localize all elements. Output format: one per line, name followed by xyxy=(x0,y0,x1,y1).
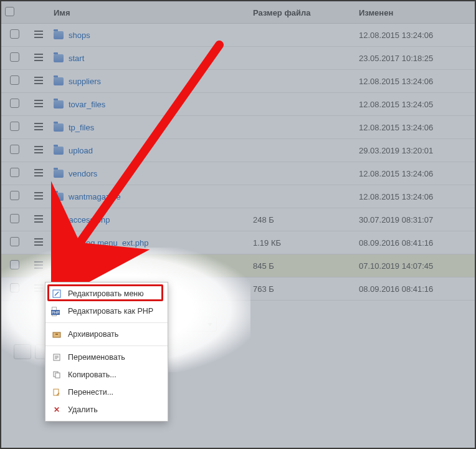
row-name: Меню типа «fly» xyxy=(54,261,114,271)
header-modified[interactable]: Изменен xyxy=(355,2,475,24)
table-row: shops12.08.2015 13:24:06 xyxy=(1,24,475,47)
table-row: Меню типа «fly»845 Б07.10.2019 14:07:45 xyxy=(1,254,475,278)
row-name[interactable]: wantmagazine xyxy=(69,192,121,201)
table-row: suppliers12.08.2015 13:24:06 xyxy=(1,70,475,93)
row-name[interactable]: .catalog.menu_ext.php xyxy=(67,238,149,248)
row-name[interactable]: shops xyxy=(69,31,90,40)
row-modified: 12.08.2015 13:24:06 xyxy=(355,24,475,47)
row-menu-icon[interactable] xyxy=(34,261,43,269)
row-menu-icon[interactable] xyxy=(34,146,43,153)
rename-icon xyxy=(52,352,62,362)
row-size xyxy=(249,185,355,208)
header-menu-spacer xyxy=(27,2,50,24)
row-menu-icon[interactable] xyxy=(34,54,43,61)
row-checkbox[interactable] xyxy=(10,29,19,39)
row-checkbox[interactable] xyxy=(10,168,19,177)
row-menu-icon[interactable] xyxy=(34,215,43,223)
row-size xyxy=(249,93,355,116)
table-row: tovar_files12.08.2015 13:24:05 xyxy=(1,93,475,116)
row-modified: 30.07.2019 08:31:07 xyxy=(355,208,475,231)
context-menu-item-label: Переименовать xyxy=(68,353,125,362)
row-checkbox[interactable] xyxy=(10,52,19,62)
folder-icon xyxy=(54,100,64,109)
context-menu-archive[interactable]: Архивировать xyxy=(45,326,168,343)
context-menu-item-label: Редактировать меню xyxy=(68,289,144,298)
row-name[interactable]: tp_files xyxy=(69,123,94,132)
page-size-select[interactable] xyxy=(186,317,217,332)
header-size[interactable]: Размер файла xyxy=(249,2,355,24)
row-menu-icon[interactable] xyxy=(34,123,43,130)
row-menu-icon[interactable] xyxy=(34,238,43,246)
delete-icon: ✕ xyxy=(52,405,62,415)
row-size: 248 Б xyxy=(249,208,355,231)
row-size: 1.19 КБ xyxy=(249,231,355,254)
row-size xyxy=(249,116,355,139)
row-modified: 12.08.2015 13:24:05 xyxy=(355,93,475,116)
header-name[interactable]: Имя xyxy=(50,2,249,24)
row-menu-icon[interactable] xyxy=(34,100,43,107)
table-row: .access.php248 Б30.07.2019 08:31:07 xyxy=(1,208,475,231)
php-file-icon xyxy=(54,238,62,247)
svg-rect-5 xyxy=(55,373,60,378)
row-modified: 08.09.2016 08:41:16 xyxy=(355,278,475,301)
row-checkbox[interactable] xyxy=(10,122,19,131)
row-menu-icon[interactable] xyxy=(34,31,43,38)
row-modified: 07.10.2019 14:07:45 xyxy=(355,254,475,278)
row-name[interactable]: tovar_files xyxy=(69,100,105,109)
svg-rect-2 xyxy=(55,334,58,335)
row-modified: 12.08.2015 13:24:06 xyxy=(355,70,475,93)
row-modified: 29.03.2019 13:20:01 xyxy=(355,139,475,162)
row-size: 845 Б xyxy=(249,254,355,278)
context-menu-copy[interactable]: Копировать... xyxy=(45,366,168,384)
folder-icon xyxy=(54,123,64,132)
row-checkbox[interactable] xyxy=(10,191,19,200)
row-size xyxy=(249,24,355,47)
context-menu-move[interactable]: Перенести... xyxy=(45,384,168,401)
context-menu-item-label: Редактировать как PHP xyxy=(68,307,153,316)
context-menu: Редактировать меню Редактировать как PHP… xyxy=(45,282,168,422)
context-menu-edit-menu[interactable]: Редактировать меню xyxy=(45,285,168,302)
context-menu-item-label: Архивировать xyxy=(68,330,118,339)
context-menu-item-label: Перенести... xyxy=(68,388,113,397)
row-size: 763 Б xyxy=(249,278,355,301)
row-menu-icon[interactable] xyxy=(34,284,43,292)
row-checkbox[interactable] xyxy=(10,145,19,154)
row-name[interactable]: upload xyxy=(69,146,93,155)
row-modified: 23.05.2017 10:18:25 xyxy=(355,47,475,70)
archive-icon xyxy=(52,329,62,339)
row-name[interactable]: vendors xyxy=(69,169,97,178)
row-modified: 12.08.2015 13:24:06 xyxy=(355,162,475,185)
folder-icon xyxy=(54,193,64,201)
row-checkbox[interactable] xyxy=(10,214,19,223)
table-row: vendors12.08.2015 13:24:06 xyxy=(1,162,475,185)
header-checkbox[interactable] xyxy=(1,2,27,24)
row-checkbox[interactable] xyxy=(10,237,19,246)
context-menu-edit-php[interactable]: Редактировать как PHP xyxy=(45,302,168,320)
row-name[interactable]: .access.php xyxy=(67,215,110,224)
row-name[interactable]: start xyxy=(69,54,84,63)
copy-icon xyxy=(52,370,62,380)
table-row: start23.05.2017 10:18:25 xyxy=(1,47,475,70)
row-modified: 12.08.2015 13:24:06 xyxy=(355,185,475,208)
context-menu-separator xyxy=(45,322,168,323)
row-checkbox[interactable] xyxy=(10,283,19,292)
row-checkbox[interactable] xyxy=(10,99,19,108)
row-name[interactable]: suppliers xyxy=(69,77,101,86)
row-checkbox[interactable] xyxy=(10,260,19,269)
context-menu-separator xyxy=(45,345,168,346)
row-menu-icon[interactable] xyxy=(34,192,43,200)
pager-prev-button[interactable] xyxy=(14,344,31,359)
row-size xyxy=(249,47,355,70)
table-row: tp_files12.08.2015 13:24:06 xyxy=(1,116,475,139)
folder-icon xyxy=(54,77,64,85)
row-menu-icon[interactable] xyxy=(34,77,43,84)
folder-icon xyxy=(54,147,64,155)
move-icon xyxy=(52,387,62,397)
edit-icon xyxy=(52,289,62,299)
row-checkbox[interactable] xyxy=(10,75,19,85)
row-size xyxy=(249,139,355,162)
row-menu-icon[interactable] xyxy=(34,169,43,176)
context-menu-rename[interactable]: Переименовать xyxy=(45,349,168,366)
context-menu-delete[interactable]: ✕ Удалить xyxy=(45,401,168,418)
folder-icon xyxy=(54,170,64,178)
